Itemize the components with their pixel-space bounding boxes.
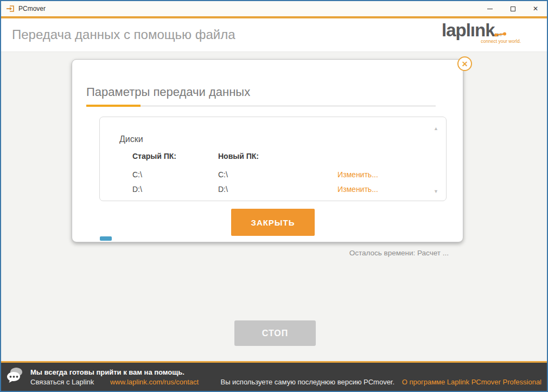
- contact-label: Связаться с Laplink: [30, 378, 94, 386]
- column-old-pc: Старый ПК:: [132, 152, 214, 160]
- progress-bar-peek: [100, 236, 112, 241]
- chat-bubbles-icon: [5, 365, 26, 388]
- laplink-logo: laplınk.® connect your world.: [442, 21, 523, 50]
- close-dialog-button[interactable]: ЗАКРЫТЬ: [231, 209, 315, 236]
- drives-panel: Диски Старый ПК: Новый ПК: C:\ C:\ Измен…: [99, 117, 447, 201]
- minimize-button[interactable]: [479, 1, 501, 16]
- dialog-title: Параметры передачи данных: [86, 85, 250, 99]
- drives-heading: Диски: [119, 134, 143, 144]
- maximize-icon: [511, 7, 515, 11]
- about-link[interactable]: О программе Laplink PCmover Professional: [402, 378, 541, 386]
- column-new-pc: Новый ПК:: [218, 152, 300, 160]
- minimize-icon: [487, 9, 493, 9]
- dialog-close-icon[interactable]: ✕: [457, 56, 472, 71]
- pcmover-window: PCmover ✕ Передача данных с помощью файл…: [0, 0, 548, 392]
- change-drive-link[interactable]: Изменить...: [337, 185, 419, 194]
- version-text: Вы используете самую последнюю версию PC…: [220, 378, 394, 386]
- contact-link[interactable]: www.laplink.com/rus/contact: [110, 378, 199, 386]
- scroll-down-icon[interactable]: ▼: [434, 189, 438, 194]
- page-title: Передача данных с помощью файла: [12, 27, 235, 42]
- titlebar: PCmover ✕: [1, 1, 547, 16]
- time-remaining-label: Осталось времени: Расчет ...: [349, 249, 449, 257]
- old-drive: D:\: [132, 185, 214, 194]
- change-drive-link[interactable]: Изменить...: [337, 170, 419, 179]
- drive-row: D:\ D:\ Изменить...: [100, 185, 446, 196]
- old-drive: C:\: [132, 170, 214, 179]
- window-title: PCmover: [18, 5, 46, 12]
- dialog-title-rule: [86, 104, 436, 107]
- drives-header-row: Старый ПК: Новый ПК:: [100, 152, 446, 163]
- transfer-options-dialog: Параметры передачи данных Диски Старый П…: [72, 59, 463, 242]
- footer: Мы всегда готовы прийти к вам на помощь.…: [1, 361, 547, 391]
- stop-button[interactable]: СТОП: [234, 320, 316, 346]
- maximize-button[interactable]: [501, 1, 524, 16]
- help-title: Мы всегда готовы прийти к вам на помощь.: [30, 368, 199, 376]
- new-drive: C:\: [218, 170, 300, 179]
- drive-row: C:\ C:\ Изменить...: [100, 170, 446, 181]
- page-header: Передача данных с помощью файла laplınk.…: [1, 18, 547, 52]
- pcmover-app-icon: [6, 5, 15, 12]
- close-button[interactable]: ✕: [524, 1, 547, 16]
- laplink-logo-word: laplınk.®: [442, 21, 523, 40]
- main-area: Параметры передачи данных Диски Старый П…: [1, 53, 547, 362]
- window-controls: ✕: [479, 1, 547, 16]
- scroll-up-icon[interactable]: ▲: [434, 126, 438, 131]
- laplink-link-icon: [494, 21, 507, 41]
- new-drive: D:\: [218, 185, 300, 194]
- close-icon: ✕: [533, 5, 538, 12]
